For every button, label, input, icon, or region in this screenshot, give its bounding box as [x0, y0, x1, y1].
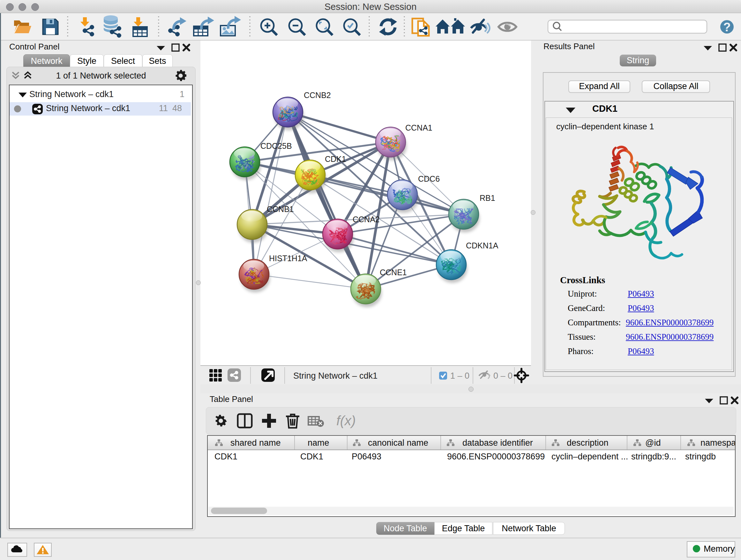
svg-text:String Network – cdk1: String Network – cdk1: [293, 371, 378, 381]
svg-text:CCNA2: CCNA2: [353, 215, 380, 224]
svg-text:CCNB2: CCNB2: [304, 91, 331, 100]
svg-text:CCNB1: CCNB1: [267, 205, 294, 213]
svg-text:CDKN1A: CDKN1A: [466, 241, 498, 250]
svg-text:RB1: RB1: [480, 193, 495, 202]
svg-text:f(x): f(x): [336, 413, 356, 428]
svg-text:CCNA1: CCNA1: [405, 123, 432, 132]
svg-text:CCNE1: CCNE1: [380, 268, 407, 277]
svg-text:CDC25B: CDC25B: [260, 141, 292, 150]
svg-text:1 – 0: 1 – 0: [450, 371, 469, 381]
svg-text:HIST1H1A: HIST1H1A: [269, 254, 307, 263]
svg-text:0 – 0: 0 – 0: [493, 371, 513, 381]
svg-text:CDK1: CDK1: [325, 154, 346, 164]
svg-text:CDC6: CDC6: [418, 174, 440, 183]
svg-text:?: ?: [723, 20, 731, 34]
